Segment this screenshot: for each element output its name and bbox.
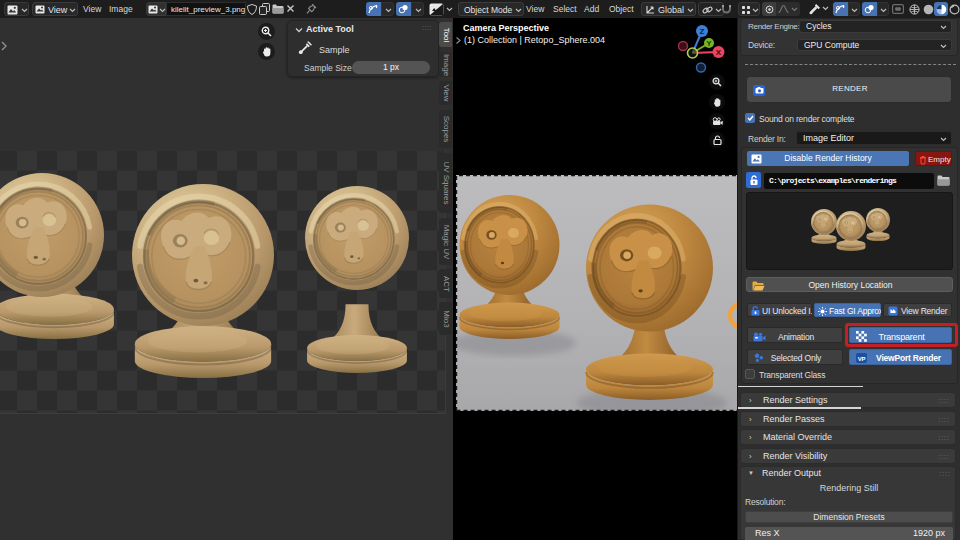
svg-text:X: X xyxy=(716,48,722,57)
svg-text:Z: Z xyxy=(700,27,705,36)
svg-text:Y: Y xyxy=(706,39,711,48)
